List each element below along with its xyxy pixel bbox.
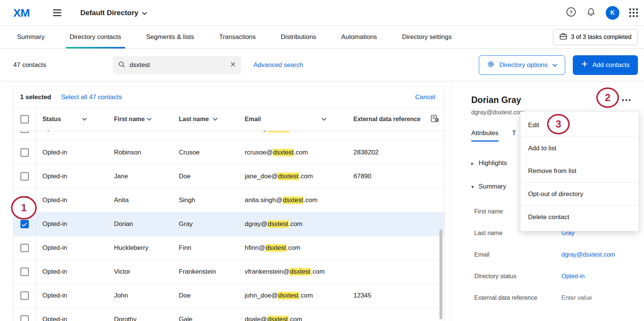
row-checkbox[interactable] bbox=[20, 131, 29, 133]
search-input[interactable] bbox=[130, 61, 226, 69]
chevron-down-icon bbox=[552, 61, 557, 69]
cell-external-ref bbox=[347, 236, 444, 260]
top-bar: XM Default Directory ? K bbox=[0, 0, 644, 26]
advanced-search-link[interactable]: Advanced search bbox=[253, 61, 303, 69]
apps-grid-icon[interactable] bbox=[629, 8, 638, 17]
notifications-icon[interactable] bbox=[586, 7, 596, 19]
cell-external-ref: 67890 bbox=[347, 165, 444, 188]
xm-logo[interactable]: XM bbox=[13, 6, 30, 19]
cancel-selection-link[interactable]: Cancel bbox=[415, 93, 435, 101]
tab-distributions[interactable]: Distributions bbox=[277, 26, 320, 48]
header-status[interactable]: Status bbox=[36, 108, 108, 131]
cell-external-ref bbox=[347, 212, 444, 236]
annotation-step-2: 2 bbox=[596, 87, 619, 108]
field-directory-status: Directory status Opted-in bbox=[474, 265, 644, 287]
table-row[interactable]: Opted-in Huckleberry Finn hfinn@dsxtest.… bbox=[14, 236, 444, 260]
plus-icon bbox=[581, 61, 588, 69]
tab-summary[interactable]: Summary bbox=[13, 26, 48, 48]
select-all-link[interactable]: Select all 47 contacts bbox=[61, 93, 122, 101]
table-row[interactable]: Opted-in John Doe john_doe@dsxtest.com 1… bbox=[14, 284, 444, 308]
cell-status: Opted-in bbox=[36, 131, 108, 140]
field-external-data-reference: External data reference Enter value bbox=[474, 287, 644, 309]
search-highlight: dsxtest bbox=[268, 131, 289, 132]
row-checkbox-checked[interactable] bbox=[20, 220, 29, 228]
cell-external-ref bbox=[347, 260, 444, 284]
header-email[interactable]: Email bbox=[238, 108, 347, 131]
table-row[interactable]: Opted-in Anita Singh anita.singh@dsxtest… bbox=[14, 189, 444, 212]
tasks-icon bbox=[560, 33, 567, 41]
chevron-down-icon[interactable] bbox=[147, 118, 152, 121]
menu-item-remove-from-list[interactable]: Remove from list bbox=[521, 160, 639, 182]
selection-bar: 1 selected Select all 47 contacts Cancel bbox=[14, 87, 444, 108]
menu-item-opt-out[interactable]: Opt-out of directory bbox=[521, 183, 639, 206]
table-row[interactable]: Opted-in Robinson Crusoe rcrusoe@dsxtest… bbox=[14, 141, 444, 165]
annotation-step-3: 3 bbox=[547, 114, 570, 134]
cell-first-name: Anita bbox=[108, 189, 172, 212]
user-avatar[interactable]: K bbox=[606, 6, 619, 20]
table-row[interactable]: Opted-in Victor Frankenstein vfrankenste… bbox=[14, 260, 444, 284]
tab-automations[interactable]: Automations bbox=[338, 26, 381, 48]
table-scrollbar-thumb[interactable] bbox=[439, 229, 442, 319]
chevron-down-icon bbox=[142, 9, 147, 17]
cell-email: dgale@dsxtest.com bbox=[238, 308, 347, 321]
search-highlight: dsxtest bbox=[265, 244, 286, 252]
cell-first-name: Jane bbox=[108, 165, 172, 188]
menu-item-edit[interactable]: Edit bbox=[521, 114, 639, 137]
cell-last-name: Doe bbox=[172, 284, 238, 307]
directory-options-button[interactable]: Directory options bbox=[479, 55, 565, 75]
row-checkbox[interactable] bbox=[20, 315, 29, 321]
svg-text:?: ? bbox=[569, 9, 572, 15]
directory-name: Default Directory bbox=[80, 9, 138, 17]
table-row[interactable]: Opted-in Alice Brown aliceb@dsxtest.com bbox=[14, 131, 444, 141]
cell-first-name: Dorothy bbox=[108, 308, 172, 321]
select-all-checkbox[interactable] bbox=[20, 115, 29, 123]
hamburger-menu-icon[interactable] bbox=[53, 9, 62, 17]
add-contacts-button[interactable]: Add contacts bbox=[573, 55, 638, 75]
cell-external-ref: 2838202 bbox=[347, 141, 444, 164]
tab-attributes[interactable]: Attributes bbox=[471, 129, 499, 142]
row-checkbox[interactable] bbox=[20, 148, 29, 157]
row-checkbox[interactable] bbox=[20, 244, 29, 252]
table-row[interactable]: Opted-in Jane Doe jane_doe@dsxtest.com 6… bbox=[14, 165, 444, 189]
chevron-down-icon[interactable] bbox=[322, 118, 326, 121]
tab-second-partial[interactable]: T bbox=[512, 129, 516, 142]
directory-tab-bar: Summary Directory contacts Segments & li… bbox=[0, 26, 644, 49]
tab-transactions[interactable]: Transactions bbox=[215, 26, 259, 48]
tab-directory-settings[interactable]: Directory settings bbox=[398, 26, 455, 48]
contacts-table-card: 1 selected Select all 47 contacts Cancel… bbox=[13, 86, 445, 321]
cell-last-name: Brown bbox=[172, 131, 238, 140]
menu-item-add-to-list[interactable]: Add to list bbox=[521, 137, 639, 160]
row-checkbox[interactable] bbox=[20, 291, 29, 300]
triangle-right-icon: ▸ bbox=[471, 160, 474, 166]
more-options-icon[interactable] bbox=[620, 97, 633, 103]
column-preview-icon[interactable] bbox=[431, 115, 439, 124]
tasks-completed-button[interactable]: 3 of 3 tasks completed bbox=[553, 29, 638, 45]
cell-last-name: Gray bbox=[172, 212, 238, 236]
help-icon[interactable]: ? bbox=[566, 7, 576, 19]
contacts-count: 47 contacts bbox=[13, 61, 46, 69]
header-first-name[interactable]: First name bbox=[108, 108, 172, 131]
gear-icon bbox=[487, 60, 495, 70]
search-box[interactable] bbox=[113, 56, 241, 74]
chevron-down-icon[interactable] bbox=[82, 118, 87, 121]
cell-email: anita.singh@dsxtest.com bbox=[238, 189, 347, 212]
header-external-ref[interactable]: External data reference bbox=[347, 108, 444, 131]
cell-email: vfrankenstein@dsxtest.com bbox=[238, 260, 347, 284]
contact-name: Dorian Gray bbox=[471, 95, 521, 105]
row-checkbox[interactable] bbox=[20, 268, 29, 276]
cell-last-name: Crusoe bbox=[172, 141, 238, 164]
directory-selector[interactable]: Default Directory bbox=[80, 9, 147, 17]
cell-last-name: Doe bbox=[172, 165, 238, 188]
search-highlight: dsxtest bbox=[267, 316, 288, 321]
row-checkbox[interactable] bbox=[20, 172, 29, 181]
table-row-selected[interactable]: Opted-in Dorian Gray dgray@dsxtest.com bbox=[14, 212, 444, 236]
cell-last-name: Singh bbox=[172, 189, 238, 212]
table-row-partial[interactable]: Opted-in Dorothy Gale dgale@dsxtest.com bbox=[14, 308, 444, 321]
tab-directory-contacts[interactable]: Directory contacts bbox=[66, 26, 125, 48]
menu-item-delete-contact[interactable]: Delete contact bbox=[521, 206, 639, 229]
chevron-down-icon[interactable] bbox=[213, 118, 217, 121]
tab-segments-lists[interactable]: Segments & lists bbox=[142, 26, 198, 48]
table-body: Opted-in Alice Brown aliceb@dsxtest.com … bbox=[14, 131, 444, 321]
clear-search-icon[interactable] bbox=[230, 62, 236, 69]
header-last-name[interactable]: Last name bbox=[172, 108, 238, 131]
